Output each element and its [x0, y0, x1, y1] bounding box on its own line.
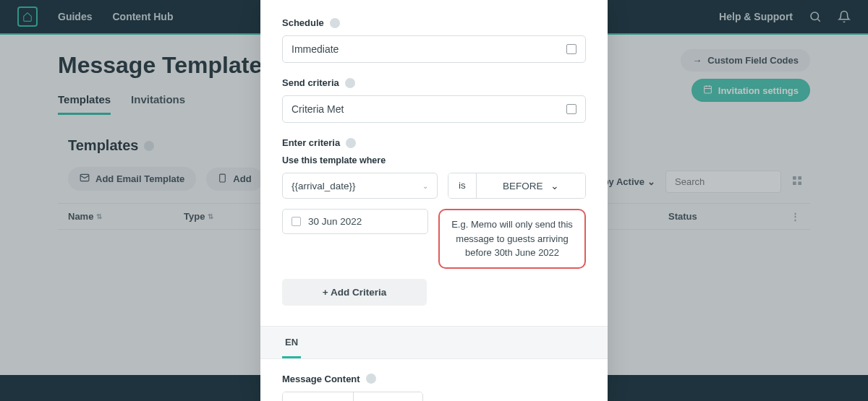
criteria-example-callout: E.g. Memo will only send this message to… — [438, 209, 586, 269]
use-template-where-label: Use this template where — [282, 155, 586, 165]
criteria-operator-group: is BEFORE ⌄ — [448, 173, 586, 199]
message-content-tabs: Deep Links Field Code — [282, 392, 423, 402]
criteria-date-input[interactable]: 30 Jun 2022 — [282, 209, 428, 234]
help-icon[interactable] — [330, 18, 340, 28]
schedule-label: Schedule — [282, 17, 586, 28]
criteria-is-label: is — [448, 173, 477, 198]
send-criteria-label: Send criteria — [282, 77, 586, 88]
language-tabs: EN — [260, 326, 608, 359]
calendar-icon — [292, 217, 301, 226]
criteria-operator-select[interactable]: BEFORE ⌄ — [477, 173, 585, 198]
template-modal: Schedule Immediate Send criteria Criteri… — [260, 0, 608, 401]
enter-criteria-label: Enter criteria — [282, 137, 586, 148]
help-icon[interactable] — [345, 78, 355, 88]
message-content-label: Message Content — [282, 374, 586, 384]
dropdown-icon — [566, 44, 576, 54]
chevron-down-icon: ⌄ — [422, 182, 428, 190]
tab-field-code[interactable]: Field Code — [354, 392, 422, 402]
criteria-field-select[interactable]: {{arrival_date}} ⌄ — [282, 173, 438, 199]
tab-deep-links[interactable]: Deep Links — [283, 392, 354, 402]
chevron-down-icon: ⌄ — [550, 180, 559, 191]
help-icon[interactable] — [346, 138, 356, 148]
help-icon[interactable] — [366, 374, 376, 384]
schedule-select[interactable]: Immediate — [282, 35, 586, 63]
dropdown-icon — [566, 104, 576, 114]
lang-tab-en[interactable]: EN — [282, 327, 301, 358]
add-criteria-button[interactable]: + Add Criteria — [282, 279, 427, 306]
send-criteria-select[interactable]: Criteria Met — [282, 95, 586, 123]
